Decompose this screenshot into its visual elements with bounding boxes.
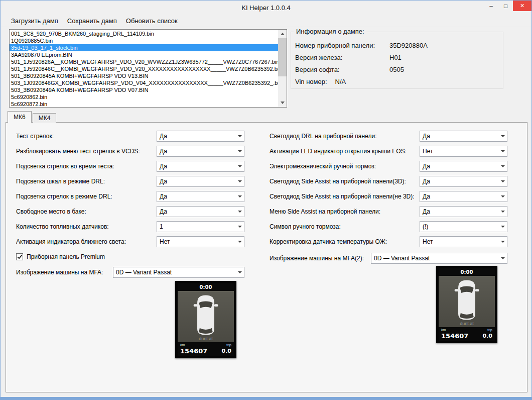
car-top-view-icon <box>193 294 219 336</box>
menu-item[interactable]: Обновить список <box>121 15 182 27</box>
chevron-down-icon[interactable] <box>498 176 507 186</box>
setting-combo[interactable]: Да <box>157 146 244 157</box>
trip-label: trip <box>487 328 492 332</box>
odometer-value: 154607 <box>180 348 207 354</box>
setting-combo[interactable]: Да <box>157 161 244 172</box>
app-window: KI Helper 1.0.0.4 – □ ✕ Загрузить дамп С… <box>0 0 532 400</box>
setting-combo[interactable]: Да <box>420 161 507 172</box>
chevron-down-icon[interactable] <box>498 191 507 202</box>
file-list-item[interactable]: 501_1J5920826A__KOMBI_WEGFAHRSP_VDO_V20_… <box>10 58 278 65</box>
chevron-down-icon[interactable] <box>235 161 244 171</box>
check-icon <box>17 254 23 260</box>
chevron-down-icon[interactable] <box>498 146 507 156</box>
setting-row: Светодиод DRL на приборной панели: Да <box>270 129 507 144</box>
setting-combo[interactable]: Да <box>157 206 244 217</box>
dump-info-value: N/A <box>335 78 346 85</box>
chevron-down-icon[interactable] <box>235 207 244 217</box>
premium-checkbox-row[interactable]: Приборная панель Premium <box>16 250 244 263</box>
file-list-item[interactable]: 001_3C8_920_970B_BKM260_stagging_DRL_114… <box>10 30 278 37</box>
file-list-item[interactable]: 1Q0920885C.bin <box>10 37 278 44</box>
setting-label: Электромеханический ручной тормоз: <box>270 163 420 170</box>
setting-combo[interactable]: (!) <box>420 221 507 232</box>
chevron-down-icon[interactable] <box>235 146 244 156</box>
combo-value: 0D — Variant Passat <box>113 269 235 276</box>
setting-combo[interactable]: 1 <box>157 221 244 232</box>
mfa2-combo[interactable]: 0D — Variant Passat <box>371 253 507 264</box>
chevron-down-icon[interactable] <box>235 267 244 277</box>
combo-value: Нет <box>157 238 235 245</box>
setting-combo[interactable]: Нет <box>420 236 507 247</box>
chevron-down-icon[interactable] <box>498 253 507 263</box>
settings-column-left: Тест стрелок: Да Разблокировать меню тес… <box>16 129 244 279</box>
cluster-preview-mfa2: 0:00 dunt.at km 154607 trip 0.0 <box>436 266 497 343</box>
setting-row: Тест стрелок: Да <box>16 129 244 144</box>
file-list-item[interactable]: 5c6920862.bin <box>10 93 278 101</box>
settings-right: Светодиод DRL на приборной панели: Да Ак… <box>270 129 507 249</box>
file-list-item[interactable]: 3AA920870 EEprom.BIN <box>10 51 278 58</box>
menu-item[interactable]: Сохранить дамп <box>63 15 121 27</box>
setting-combo[interactable]: Да <box>157 191 244 202</box>
car-top-view-icon <box>454 279 480 321</box>
combo-value: Да <box>420 178 498 185</box>
setting-row: Меню Side Assist на приборной панели: Да <box>270 204 507 219</box>
setting-label: Активация LED индикатор открытия крыши E… <box>270 148 420 155</box>
setting-label: Количество топливных датчиков: <box>16 223 157 230</box>
chevron-down-icon[interactable] <box>235 222 244 232</box>
chevron-down-icon[interactable] <box>498 237 507 247</box>
setting-combo[interactable]: Да <box>420 176 507 187</box>
premium-checkbox[interactable] <box>16 253 23 260</box>
file-list-item[interactable]: 5c6920872.bin <box>10 101 278 107</box>
trip-group: trip 0.0 <box>483 328 493 339</box>
setting-row: Электромеханический ручной тормоз: Да <box>270 159 507 174</box>
dump-info-row: Версия железа: H01 <box>295 51 503 63</box>
setting-combo[interactable]: Да <box>157 131 244 142</box>
scroll-down-icon[interactable] <box>278 98 287 107</box>
chevron-down-icon[interactable] <box>498 161 507 171</box>
odometer-value: 154607 <box>441 333 468 339</box>
trip-group: trip 0.0 <box>222 343 232 354</box>
trip-label: trip <box>226 343 231 347</box>
scrollbar-thumb[interactable] <box>278 38 287 76</box>
dump-info-row: Версия софта: 0505 <box>295 63 503 75</box>
tab-page-mk6: Тест стрелок: Да Разблокировать меню тес… <box>6 122 527 392</box>
close-button[interactable]: ✕ <box>513 1 531 11</box>
scrollbar[interactable] <box>278 30 287 107</box>
combo-value: (!) <box>420 223 498 230</box>
file-list: 001_3C8_920_970B_BKM260_stagging_DRL_114… <box>10 30 278 107</box>
chevron-down-icon[interactable] <box>498 222 507 232</box>
chevron-down-icon[interactable] <box>235 131 244 141</box>
file-list-item[interactable]: 503_3B0920849A KOMBI+WEGFAHRSP VDO V07.B… <box>10 86 278 93</box>
setting-combo[interactable]: Да <box>420 131 507 142</box>
setting-label: Светодиод DRL на приборной панели: <box>270 133 420 140</box>
chevron-down-icon[interactable] <box>498 207 507 217</box>
file-list-item[interactable]: 503_1J0920846GX_KOMBI_WEGFAHRSP_VDO_V04_… <box>10 79 278 86</box>
setting-row: Светодиод Side Assist на приборной панел… <box>270 189 507 204</box>
cluster-screen: dunt.at <box>178 291 234 342</box>
mfa-combo[interactable]: 0D — Variant Passat <box>113 267 244 278</box>
chevron-down-icon[interactable] <box>235 176 244 186</box>
setting-row: Активация LED индикатор открытия крыши E… <box>270 144 507 159</box>
file-list-item[interactable]: 35d-19_03_17_1_stock.bin <box>10 44 278 51</box>
setting-label: Светодиод Side Assist на приборной панел… <box>270 178 420 185</box>
combo-value: Да <box>157 178 235 185</box>
tab-мк4[interactable]: МК4 <box>33 113 57 123</box>
tab-мк6[interactable]: МК6 <box>8 111 32 123</box>
maximize-button[interactable]: □ <box>498 1 513 11</box>
file-list-item[interactable]: 501_3B0920845A KOMBI+WEGFAHRSP VDO V13.B… <box>10 72 278 79</box>
setting-combo[interactable]: Да <box>420 191 507 202</box>
chevron-down-icon[interactable] <box>498 131 507 141</box>
setting-combo[interactable]: Да <box>420 206 507 217</box>
mfa2-row: Изображение машины на MFA(2): 0D — Varia… <box>270 251 507 265</box>
menu-item[interactable]: Загрузить дамп <box>7 15 63 27</box>
setting-combo[interactable]: Нет <box>420 146 507 157</box>
setting-combo[interactable]: Нет <box>157 236 244 247</box>
menu-bar: Загрузить дамп Сохранить дамп Обновить с… <box>1 15 531 27</box>
cluster-screen: dunt.at <box>439 276 495 327</box>
setting-combo[interactable]: Да <box>157 176 244 187</box>
file-list-item[interactable]: 501_1J5920846C__KOMBI_WEGFAHRSP_VDO_V20_… <box>10 65 278 72</box>
premium-checkbox-label: Приборная панель Premium <box>27 253 105 260</box>
chevron-down-icon[interactable] <box>235 237 244 247</box>
scroll-up-icon[interactable] <box>278 30 287 38</box>
minimize-button[interactable]: – <box>484 1 498 11</box>
chevron-down-icon[interactable] <box>235 191 244 202</box>
